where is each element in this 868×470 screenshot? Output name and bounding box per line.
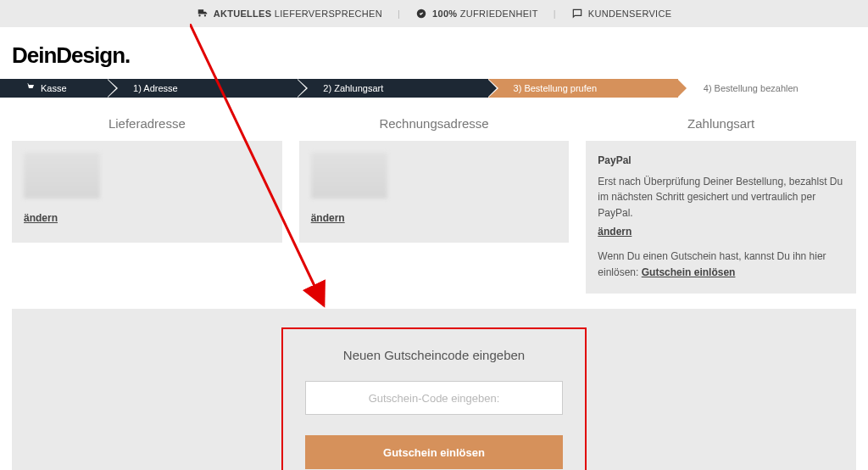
cart-icon <box>25 82 36 94</box>
topbar-text: ZUFRIEDENHEIT <box>460 8 538 19</box>
topbar-item-satisfaction: 100% ZUFRIEDENHEIT <box>415 8 538 20</box>
step-cart[interactable]: Kasse <box>0 79 108 98</box>
chat-icon <box>571 8 583 20</box>
brand-logo[interactable]: DeinDesign. <box>0 27 868 79</box>
topbar-text: LIEFERVERSPRECHEN <box>275 8 382 19</box>
separator: | <box>398 8 400 19</box>
column-heading: Zahlungsart <box>586 116 856 131</box>
step-label: 4) Bestellung bezahlen <box>704 83 798 93</box>
badge-icon <box>415 8 427 20</box>
coupon-section: Neuen Gutscheincode eingeben Gutschein e… <box>12 309 856 470</box>
column-heading: Lieferadresse <box>12 116 282 131</box>
blurred-address <box>311 153 387 199</box>
step-address[interactable]: 1) Adresse <box>108 79 298 98</box>
topbar-text: KUNDENSERVICE <box>588 8 671 19</box>
delivery-address-col: Lieferadresse ändern <box>12 116 282 294</box>
delivery-address-card: ändern <box>12 141 282 243</box>
truck-icon <box>197 8 209 20</box>
change-billing-link[interactable]: ändern <box>311 210 345 227</box>
separator: | <box>554 8 556 19</box>
coupon-redeem-button[interactable]: Gutschein einlösen <box>305 435 563 469</box>
change-delivery-link[interactable]: ändern <box>24 210 58 227</box>
payment-col: Zahlungsart PayPal Erst nach Überprüfung… <box>586 116 856 294</box>
coupon-title: Neuen Gutscheincode eingeben <box>305 348 563 362</box>
coupon-box: Neuen Gutscheincode eingeben Gutschein e… <box>281 327 587 470</box>
checkout-steps: Kasse 1) Adresse 2) Zahlungsart 3) Beste… <box>0 79 868 98</box>
topbar-item-delivery: AKTUELLES LIEFERVERSPRECHEN <box>197 8 382 20</box>
topbar-text: AKTUELLES <box>214 8 272 19</box>
billing-address-col: Rechnungsadresse ändern <box>299 116 570 294</box>
payment-method: PayPal <box>598 153 844 169</box>
topbar-text: 100% <box>432 8 457 19</box>
payment-card: PayPal Erst nach Überprüfung Deiner Best… <box>586 141 856 294</box>
column-heading: Rechnungsadresse <box>299 116 570 131</box>
topbar-item-service[interactable]: KUNDENSERVICE <box>571 8 671 20</box>
coupon-code-input[interactable] <box>305 381 563 415</box>
step-label: 3) Bestellung prufen <box>514 83 597 93</box>
step-pay: 4) Bestellung bezahlen <box>678 79 868 98</box>
billing-address-card: ändern <box>299 141 570 243</box>
step-label: 2) Zahlungsart <box>323 83 383 93</box>
step-payment[interactable]: 2) Zahlungsart <box>298 79 487 98</box>
step-label: Kasse <box>41 83 67 93</box>
payment-description: Erst nach Überprüfung Deiner Bestellung,… <box>598 174 844 221</box>
blurred-address <box>24 153 100 199</box>
coupon-redeem-link[interactable]: Gutschein einlösen <box>642 266 736 278</box>
top-info-bar: AKTUELLES LIEFERVERSPRECHEN | 100% ZUFRI… <box>0 0 868 27</box>
review-columns: Lieferadresse ändern Rechnungsadresse än… <box>0 116 868 309</box>
coupon-hint: Wenn Du einen Gutschein hast, kannst Du … <box>598 249 844 280</box>
step-label: 1) Adresse <box>133 83 178 93</box>
change-payment-link[interactable]: ändern <box>598 224 632 240</box>
step-review[interactable]: 3) Bestellung prufen <box>488 79 678 98</box>
